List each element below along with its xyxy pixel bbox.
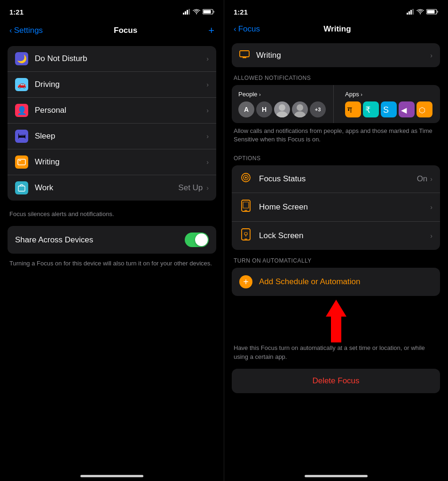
svg-text:◀: ◀ xyxy=(401,106,407,114)
schedule-hint: Have this Focus turn on automatically at… xyxy=(232,342,440,368)
focus-item-personal[interactable]: 👤 Personal › xyxy=(8,98,216,124)
share-toggle-group: Share Across Devices xyxy=(8,226,216,254)
wifi-icon xyxy=(193,9,200,15)
nav-bar-right: ‹ Focus Writing xyxy=(224,21,448,39)
home-screen-item[interactable]: Home Screen › xyxy=(232,193,440,222)
app-icon-1: ग xyxy=(345,101,361,117)
sleep-icon: 🛏 xyxy=(15,130,28,143)
home-screen-label: Home Screen xyxy=(259,202,430,212)
svg-point-32 xyxy=(245,177,247,178)
avatar-a: A xyxy=(238,101,254,117)
arrow-container xyxy=(232,300,440,342)
focus-status-item[interactable]: Focus Status On › xyxy=(232,165,440,193)
svg-rect-3 xyxy=(189,9,190,15)
app-icon-2: ₹ xyxy=(363,101,379,117)
focus-hint: Focus silences alerts and notifications. xyxy=(8,208,216,226)
back-button-left[interactable]: ‹ Settings xyxy=(9,26,43,35)
svg-rect-8 xyxy=(19,160,21,161)
focus-item-writing[interactable]: Writing › xyxy=(8,149,216,175)
nav-title-right: Writing xyxy=(323,24,351,34)
back-chevron-right: ‹ xyxy=(234,24,236,34)
battery-icon-right xyxy=(426,9,438,15)
add-schedule-plus-icon: + xyxy=(239,275,252,288)
status-icons-right xyxy=(407,9,438,15)
driving-icon: 🚗 xyxy=(15,78,28,91)
back-label-right: Focus xyxy=(238,24,260,34)
battery-icon xyxy=(203,9,214,15)
svg-rect-2 xyxy=(187,10,188,15)
right-content: Writing › ALLOWED NOTIFICATIONS People ›… xyxy=(224,39,448,475)
back-button-right[interactable]: ‹ Focus xyxy=(234,24,260,34)
focus-item-sleep[interactable]: 🛏 Sleep › xyxy=(8,124,216,149)
share-toggle-item[interactable]: Share Across Devices xyxy=(8,226,216,254)
svg-rect-17 xyxy=(240,51,249,57)
personal-icon: 👤 xyxy=(15,104,28,117)
svg-rect-5 xyxy=(213,11,214,13)
share-toggle[interactable] xyxy=(185,233,209,247)
svg-rect-16 xyxy=(427,10,435,14)
add-button[interactable]: + xyxy=(208,24,214,37)
nav-title-left: Focus xyxy=(114,26,137,35)
work-icon xyxy=(15,181,28,194)
writing-header-label: Writing xyxy=(256,51,430,60)
focus-status-chevron: › xyxy=(430,175,432,183)
svg-point-24 xyxy=(294,111,306,117)
right-screen: 1:21 ‹ Focus xyxy=(224,0,448,481)
avatar-h: H xyxy=(256,101,272,117)
focus-list: 🌙 Do Not Disturb › 🚗 Driving › 👤 Persona… xyxy=(8,46,216,201)
chevron-icon: › xyxy=(206,184,209,192)
personal-label: Personal xyxy=(35,106,206,115)
focus-item-work[interactable]: Work Set Up › xyxy=(8,175,216,201)
svg-rect-6 xyxy=(204,10,211,14)
svg-rect-0 xyxy=(183,13,184,15)
svg-text:⬡: ⬡ xyxy=(419,106,425,114)
avatars-row: A H +3 xyxy=(238,101,327,117)
time-left: 1:21 xyxy=(9,8,24,16)
apps-row: ग ₹ S ◀ ⬡ xyxy=(345,101,433,117)
allowed-notif-section: ALLOWED NOTIFICATIONS xyxy=(232,75,440,85)
focus-item-do-not-disturb[interactable]: 🌙 Do Not Disturb › xyxy=(8,46,216,72)
add-schedule-button[interactable]: + Add Schedule or Automation xyxy=(232,268,440,296)
turn-on-section-label: TURN ON AUTOMATICALLY xyxy=(232,257,440,268)
svg-rect-9 xyxy=(18,186,25,191)
svg-point-23 xyxy=(297,104,303,111)
svg-text:S: S xyxy=(383,105,389,115)
left-screen: 1:21 ‹ Settings xyxy=(0,0,224,481)
app-icon-3: S xyxy=(381,101,397,117)
home-screen-chevron: › xyxy=(430,203,432,211)
apps-cell[interactable]: Apps › ग ₹ S ◀ xyxy=(338,85,440,123)
left-content: 🌙 Do Not Disturb › 🚗 Driving › 👤 Persona… xyxy=(0,42,224,475)
back-chevron-left: ‹ xyxy=(9,26,12,35)
people-title: People › xyxy=(238,91,327,98)
chevron-icon: › xyxy=(206,132,209,140)
lock-screen-item[interactable]: Lock Screen › xyxy=(232,222,440,250)
lock-screen-label: Lock Screen xyxy=(259,231,430,240)
delete-focus-button[interactable]: Delete Focus xyxy=(232,369,440,393)
svg-rect-13 xyxy=(412,9,414,15)
writing-header[interactable]: Writing › xyxy=(232,43,440,67)
chevron-icon: › xyxy=(206,107,209,114)
nav-bar-left: ‹ Settings Focus + xyxy=(0,21,224,42)
sleep-label: Sleep xyxy=(35,132,206,141)
svg-point-21 xyxy=(279,104,285,111)
signal-icon-right xyxy=(407,9,414,15)
share-label: Share Across Devices xyxy=(15,235,185,245)
do-not-disturb-label: Do Not Disturb xyxy=(35,54,206,63)
delete-focus-label: Delete Focus xyxy=(312,376,359,385)
wifi-icon-right xyxy=(417,9,424,15)
options-section-label: OPTIONS xyxy=(232,155,440,165)
writing-label-left: Writing xyxy=(35,157,206,167)
add-schedule-label: Add Schedule or Automation xyxy=(259,277,360,287)
app-icon-5: ⬡ xyxy=(417,101,432,117)
svg-rect-34 xyxy=(244,210,247,211)
app-icon-4: ◀ xyxy=(399,101,415,117)
home-indicator-left xyxy=(80,475,143,477)
focus-item-driving[interactable]: 🚗 Driving › xyxy=(8,72,216,98)
driving-label: Driving xyxy=(35,80,206,89)
focus-status-value: On xyxy=(417,174,428,184)
lock-screen-icon xyxy=(239,228,252,243)
home-screen-icon xyxy=(239,200,252,215)
people-cell[interactable]: People › A H +3 xyxy=(232,85,334,123)
home-indicator-right xyxy=(305,475,368,477)
avatar-photo2 xyxy=(292,101,308,117)
